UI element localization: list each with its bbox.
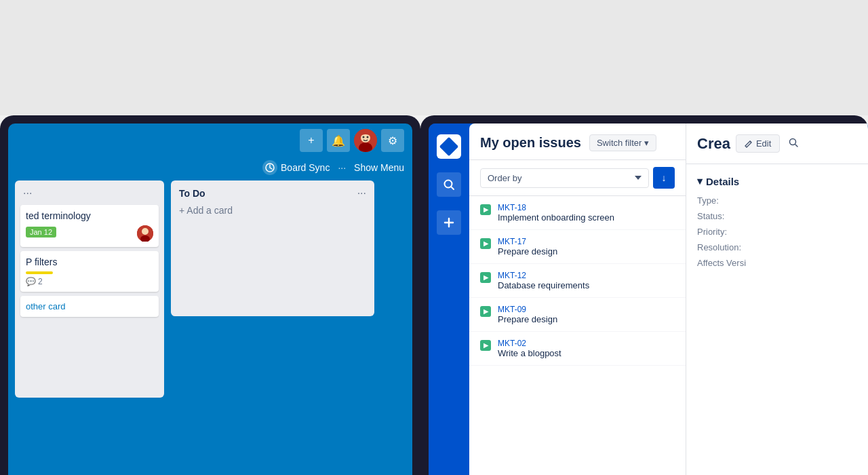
jira-search-icon[interactable]: [437, 172, 461, 197]
details-rows: Type: Status: Priority: Resolution: Affe…: [697, 195, 857, 268]
order-by-select[interactable]: Order by: [480, 168, 649, 188]
issue-summary: Database requirements: [498, 280, 675, 290]
details-row: Priority:: [697, 227, 857, 237]
issue-icon: ▶: [480, 306, 491, 317]
issue-summary: Implement onboarding screen: [498, 212, 675, 223]
issue-key: MKT-02: [498, 339, 675, 348]
board-sync-link[interactable]: Board Sync: [262, 160, 330, 175]
trello-board: + 🔔 ⚙: [8, 124, 412, 475]
notifications-button[interactable]: 🔔: [327, 129, 350, 152]
details-label: Affects Versi: [697, 258, 758, 268]
card-comment: 💬 2: [26, 277, 43, 286]
edit-button[interactable]: Edit: [736, 134, 780, 153]
board-sync-label: Board Sync: [281, 162, 330, 173]
create-title: Crea: [697, 135, 730, 153]
issue-info: MKT-17 Prepare design: [498, 237, 675, 256]
card-link-text: other card: [26, 301, 153, 311]
avatar[interactable]: [354, 129, 377, 152]
trello-card-2[interactable]: P filters 💬 2: [20, 251, 159, 292]
details-section-label: Details: [706, 176, 739, 187]
todo-column: To Do ··· + Add a card: [171, 180, 374, 316]
jira-app: My open issues Switch filter ▾ Order by …: [429, 124, 868, 475]
issues-panel: My open issues Switch filter ▾ Order by …: [469, 124, 686, 475]
sort-direction-button[interactable]: ↓: [653, 167, 675, 189]
detail-header: Crea Edit: [686, 124, 868, 164]
add-card-button[interactable]: + Add a card: [176, 201, 369, 220]
detail-panel: Crea Edit: [686, 124, 868, 475]
detail-search-icon[interactable]: [788, 137, 799, 151]
issue-key: MKT-18: [498, 203, 675, 212]
issue-icon: ▶: [480, 272, 491, 283]
details-row: Type:: [697, 195, 857, 206]
issue-icon: ▶: [480, 340, 491, 351]
card-label-green: Jan 12: [26, 227, 56, 238]
details-row: Affects Versi: [697, 258, 857, 268]
card-footer-2: 💬 2: [26, 277, 153, 286]
add-button[interactable]: +: [300, 129, 323, 152]
svg-point-3: [363, 136, 365, 138]
device-left: + 🔔 ⚙: [0, 115, 420, 475]
column-header-todo: To Do ···: [176, 186, 369, 201]
issue-info: MKT-09 Prepare design: [498, 305, 675, 324]
card-title-1: ted terminology: [26, 210, 153, 221]
order-bar: Order by ↓: [469, 160, 686, 196]
issue-summary: Write a blogpost: [498, 348, 675, 358]
detail-body: ▾ Details Type: Status: Priority: Resolu…: [686, 164, 868, 475]
details-label: Type:: [697, 195, 758, 206]
column-header-partial: ···: [20, 186, 159, 201]
issue-item[interactable]: ▶ MKT-18 Implement onboarding screen: [469, 196, 686, 230]
trello-card-3[interactable]: other card: [20, 296, 159, 317]
issue-item[interactable]: ▶ MKT-09 Prepare design: [469, 298, 686, 332]
issue-key: MKT-17: [498, 237, 675, 246]
board-nav: Board Sync ··· Show Menu: [8, 157, 412, 180]
svg-point-4: [367, 136, 369, 138]
devices-row: + 🔔 ⚙: [0, 115, 868, 475]
column-menu-button[interactable]: ···: [23, 187, 32, 200]
top-area: [0, 0, 868, 115]
issue-icon: ▶: [480, 238, 491, 249]
jira-main: My open issues Switch filter ▾ Order by …: [469, 124, 868, 475]
board-columns: ··· ted terminology Jan 12: [8, 180, 412, 464]
issue-info: MKT-02 Write a blogpost: [498, 339, 675, 358]
issue-key: MKT-09: [498, 305, 675, 314]
issue-key: MKT-12: [498, 271, 675, 280]
card-comment-count: 2: [38, 277, 43, 286]
details-row: Resolution:: [697, 242, 857, 252]
show-menu-button[interactable]: Show Menu: [354, 162, 404, 173]
settings-button[interactable]: ⚙: [381, 129, 404, 152]
device-right: My open issues Switch filter ▾ Order by …: [420, 115, 868, 475]
jira-add-icon[interactable]: [437, 210, 461, 235]
details-label: Status:: [697, 211, 758, 221]
trello-card-1[interactable]: ted terminology Jan 12: [20, 205, 159, 247]
issue-icon: ▶: [480, 204, 491, 215]
card-column-partial: ··· ted terminology Jan 12: [15, 180, 164, 398]
issues-header: My open issues Switch filter ▾: [469, 124, 686, 160]
issue-item[interactable]: ▶ MKT-12 Database requirements: [469, 264, 686, 298]
board-sync-icon: [262, 160, 277, 175]
jira-logo-diamond: [439, 137, 458, 156]
card-title-2: P filters: [26, 256, 153, 267]
issue-summary: Prepare design: [498, 246, 675, 256]
edit-label: Edit: [756, 138, 771, 149]
dots-menu-button[interactable]: ···: [335, 162, 349, 173]
svg-line-10: [451, 187, 454, 189]
svg-point-13: [790, 138, 796, 145]
issue-item[interactable]: ▶ MKT-17 Prepare design: [469, 230, 686, 264]
svg-point-7: [142, 228, 149, 235]
details-section-title: ▾ Details: [697, 175, 857, 187]
switch-filter-button[interactable]: Switch filter ▾: [589, 134, 656, 151]
jira-logo: [437, 134, 461, 159]
issue-info: MKT-12 Database requirements: [498, 271, 675, 290]
issue-item[interactable]: ▶ MKT-02 Write a blogpost: [469, 332, 686, 366]
todo-column-menu-button[interactable]: ···: [357, 187, 366, 200]
issues-title-row: My open issues Switch filter ▾: [480, 134, 675, 151]
column-title-todo: To Do: [179, 188, 205, 199]
details-row: Status:: [697, 211, 857, 221]
details-label: Priority:: [697, 227, 758, 237]
jira-sidebar: [429, 124, 469, 475]
switch-filter-label: Switch filter: [597, 138, 642, 148]
chevron-down-icon: ▾: [644, 138, 649, 148]
chevron-down-icon: ▾: [697, 175, 703, 187]
trello-toolbar: + 🔔 ⚙: [8, 124, 412, 157]
card-yellow-bar: [26, 271, 53, 274]
